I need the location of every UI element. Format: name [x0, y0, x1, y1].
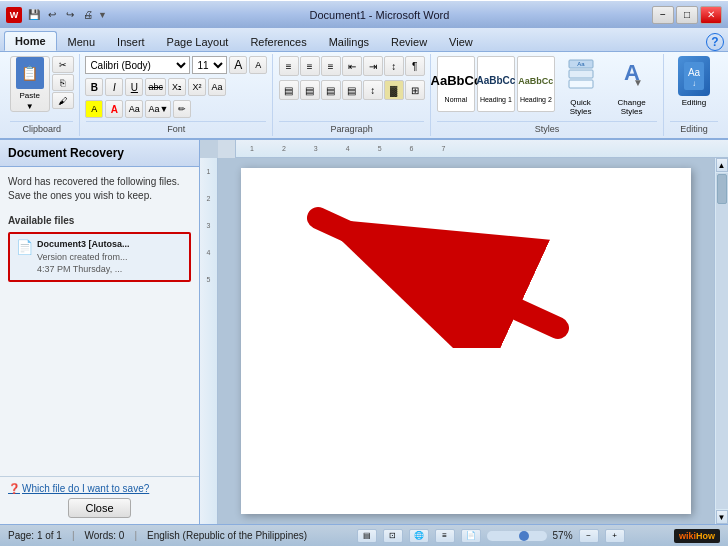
- heading2-preview: AaBbCc: [521, 66, 551, 96]
- help-button[interactable]: ?: [706, 33, 724, 51]
- v-ruler-doc: 1 2 3 4 5: [200, 158, 728, 524]
- bullets-btn[interactable]: ≡: [279, 56, 299, 76]
- multilevel-btn[interactable]: ≡: [321, 56, 341, 76]
- change-styles-button[interactable]: A ▼ Change Styles: [606, 56, 657, 116]
- clipboard-small-btns: ✂ ⎘ 🖌: [52, 56, 74, 109]
- increase-indent-btn[interactable]: ⇥: [363, 56, 383, 76]
- italic-button[interactable]: I: [105, 78, 123, 96]
- file-name: Document3 [Autosa...: [37, 238, 130, 251]
- strikethrough-button[interactable]: abc: [145, 78, 166, 96]
- help-link[interactable]: ❓ Which file do I want to save?: [8, 483, 149, 494]
- subscript-button[interactable]: X₂: [168, 78, 186, 96]
- font-size-select[interactable]: 11: [192, 56, 227, 74]
- grow-font-btn[interactable]: A: [229, 56, 247, 74]
- show-hide-btn[interactable]: ¶: [405, 56, 425, 76]
- zoom-out-btn[interactable]: −: [579, 529, 599, 543]
- align-right-btn[interactable]: ▤: [321, 80, 341, 100]
- file-item[interactable]: 📄 Document3 [Autosa... Version created f…: [8, 232, 191, 282]
- text-effects-btn[interactable]: Aa: [125, 100, 143, 118]
- wikihow-label: wiki: [679, 531, 696, 541]
- file-version: Version created from...: [37, 251, 130, 264]
- change-case-btn[interactable]: Aa▼: [145, 100, 171, 118]
- styles-group: AaBbCc Normal AaBbCc Heading 1 AaBbCc He…: [431, 54, 664, 136]
- tab-review[interactable]: Review: [380, 32, 438, 51]
- style-previews: AaBbCc Normal AaBbCc Heading 1 AaBbCc He…: [437, 56, 555, 112]
- close-button[interactable]: Close: [68, 498, 130, 518]
- align-center-btn[interactable]: ▤: [300, 80, 320, 100]
- change-styles-icon: A ▼: [616, 56, 648, 96]
- undo-btn[interactable]: ↩: [44, 7, 60, 23]
- sort-btn[interactable]: ↕: [384, 56, 404, 76]
- heading1-style[interactable]: AaBbCc Heading 1: [477, 56, 515, 112]
- numbering-btn[interactable]: ≡: [300, 56, 320, 76]
- tab-insert[interactable]: Insert: [106, 32, 156, 51]
- font-family-select[interactable]: Calibri (Body): [85, 56, 190, 74]
- highlight-btn[interactable]: A: [85, 100, 103, 118]
- editing-group: Aa ↓ Editing Editing: [664, 54, 724, 136]
- recovery-footer: ❓ Which file do I want to save? Close: [0, 476, 199, 524]
- maximize-button[interactable]: □: [676, 6, 698, 24]
- tab-references[interactable]: References: [239, 32, 317, 51]
- normal-style[interactable]: AaBbCc Normal: [437, 56, 475, 112]
- save-quick-btn[interactable]: 💾: [26, 7, 42, 23]
- align-left-btn[interactable]: ▤: [279, 80, 299, 100]
- tab-page-layout[interactable]: Page Layout: [156, 32, 240, 51]
- ruler-4: 4: [332, 145, 364, 152]
- borders-btn[interactable]: ⊞: [405, 80, 425, 100]
- font-color-btn[interactable]: A: [105, 100, 123, 118]
- justify-btn[interactable]: ▤: [342, 80, 362, 100]
- recovery-text: Word has recovered the following files. …: [8, 175, 191, 203]
- full-screen-btn[interactable]: ⊡: [383, 529, 403, 543]
- paste-button[interactable]: 📋 Paste ▼: [10, 56, 50, 112]
- shrink-font-btn[interactable]: A: [249, 56, 267, 74]
- editing-group-label: Editing: [670, 121, 718, 134]
- title-bar: W 💾 ↩ ↪ 🖨 ▼ Document1 - Microsoft Word −…: [0, 0, 728, 28]
- web-layout-btn[interactable]: 🌐: [409, 529, 429, 543]
- draft-btn[interactable]: 📄: [461, 529, 481, 543]
- line-spacing-btn[interactable]: ↕: [363, 80, 383, 100]
- tab-mailings[interactable]: Mailings: [318, 32, 380, 51]
- tab-view[interactable]: View: [438, 32, 484, 51]
- svg-text:Aa: Aa: [577, 61, 585, 67]
- format-painter-button[interactable]: 🖌: [52, 92, 74, 109]
- cut-button[interactable]: ✂: [52, 56, 74, 73]
- recovery-panel: Document Recovery Word has recovered the…: [0, 140, 200, 524]
- superscript-button[interactable]: X²: [188, 78, 206, 96]
- print-layout-btn[interactable]: ▤: [357, 529, 377, 543]
- tab-home[interactable]: Home: [4, 31, 57, 51]
- scroll-up-btn[interactable]: ▲: [716, 158, 728, 172]
- heading2-style[interactable]: AaBbCc Heading 2: [517, 56, 555, 112]
- scroll-thumb[interactable]: [717, 174, 727, 204]
- zoom-slider[interactable]: [487, 531, 547, 541]
- zoom-in-btn[interactable]: +: [605, 529, 625, 543]
- main-area: Document Recovery Word has recovered the…: [0, 140, 728, 524]
- status-bar: Page: 1 of 1 | Words: 0 | English (Repub…: [0, 524, 728, 546]
- bold-button[interactable]: B: [85, 78, 103, 96]
- clear-format-btn[interactable]: Aa: [208, 78, 226, 96]
- quick-styles-button[interactable]: Aa Quick Styles: [559, 56, 602, 116]
- document-area[interactable]: [218, 158, 714, 524]
- copy-button[interactable]: ⎘: [52, 74, 74, 91]
- paragraph-content: ≡ ≡ ≡ ⇤ ⇥ ↕ ¶ ▤ ▤ ▤ ▤ ↕ ▓ ⊞: [279, 56, 425, 119]
- outline-btn[interactable]: ≡: [435, 529, 455, 543]
- help-icon: ❓: [8, 483, 20, 494]
- v-ruler-4: 4: [200, 229, 217, 256]
- para-row-1: ≡ ≡ ≡ ⇤ ⇥ ↕ ¶: [279, 56, 425, 76]
- redo-btn[interactable]: ↪: [62, 7, 78, 23]
- font-dialog-btn[interactable]: ✏: [173, 100, 191, 118]
- quick-styles-label: Quick Styles: [559, 98, 602, 116]
- status-words: Words: 0: [85, 530, 125, 541]
- editing-button[interactable]: Aa ↓ Editing: [678, 56, 710, 107]
- v-ruler-5: 5: [200, 256, 217, 283]
- close-button[interactable]: ✕: [700, 6, 722, 24]
- scroll-down-btn[interactable]: ▼: [716, 510, 728, 524]
- shading-btn[interactable]: ▓: [384, 80, 404, 100]
- minimize-button[interactable]: −: [652, 6, 674, 24]
- svg-text:▼: ▼: [633, 77, 643, 88]
- underline-button[interactable]: U: [125, 78, 143, 96]
- decrease-indent-btn[interactable]: ⇤: [342, 56, 362, 76]
- tab-menu[interactable]: Menu: [57, 32, 107, 51]
- svg-text:↓: ↓: [692, 79, 696, 88]
- print-preview-btn[interactable]: 🖨: [80, 7, 96, 23]
- ruler-2: 2: [268, 145, 300, 152]
